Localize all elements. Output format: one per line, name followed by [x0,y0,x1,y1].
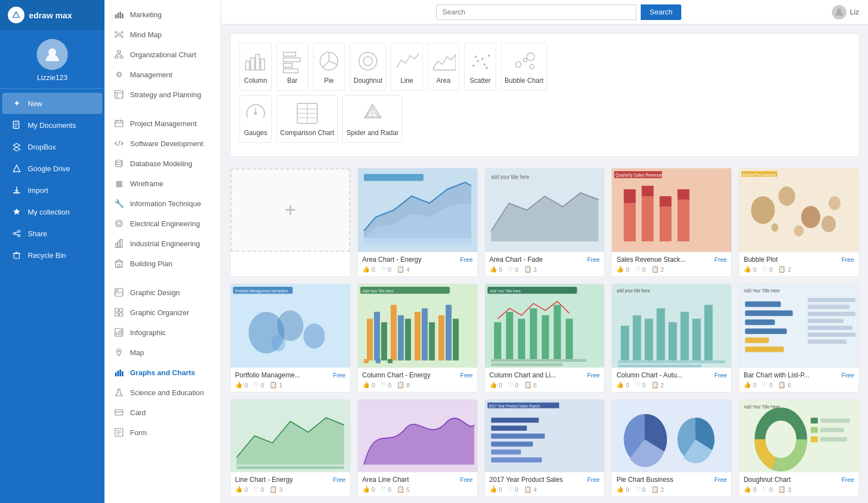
template-info: Area Chart - Energy Free 👍 0 ♡ 0 📋 4 [358,252,477,276]
form-icon [113,427,124,438]
topbar-user[interactable]: Liz [832,5,859,19]
svg-rect-157 [422,308,428,361]
cat-building[interactable]: Building Plan [104,253,221,273]
cat-wireframe[interactable]: ▦ Wireframe [104,173,221,193]
search-area: Search [286,4,832,20]
cat-org-chart[interactable]: Organizational Chart [104,44,221,64]
free-badge: Free [587,476,600,483]
template-doughnut[interactable]: Add Your Title Here [739,399,859,497]
template-info: Pie Chart Business Free 👍 0 ♡ 0 📋 2 [612,472,731,496]
chart-type-bubble[interactable]: Bubble Chart [501,43,547,91]
svg-line-13 [16,234,18,235]
svg-rect-81 [261,59,265,70]
user-profile[interactable]: Lizzie123 [0,30,104,89]
chart-type-scatter[interactable]: Scatter [464,43,496,91]
add-new-card[interactable]: + [230,168,351,277]
template-area-energy[interactable]: Area Chart - Energy Free 👍 0 ♡ 0 📋 4 [357,168,478,277]
cat-strategy[interactable]: Strategy and Planning [104,84,221,104]
like-icon: 👍 [362,266,370,273]
chart-type-spider[interactable]: Spider and Radar [342,95,402,143]
chart-type-bar[interactable]: Bar [276,43,308,91]
cat-management[interactable]: ⚙ Management [104,64,221,84]
template-sales-stack[interactable]: Quarterly Sales Revenue [611,168,732,277]
search-button[interactable]: Search [641,4,681,20]
cat-mind-map[interactable]: Mind Map [104,24,221,44]
template-stats: 👍 0 ♡ 0 📋 2 [744,266,854,273]
cat-industrial[interactable]: Industrial Engineering [104,233,221,253]
doughnut-icon [356,49,380,73]
cat-infographic[interactable]: Infographic [104,322,221,342]
template-bubble[interactable]: Bubble Plot Example Bubble Plot [739,168,859,277]
template-name: Doughnut Chart [744,476,839,484]
svg-text:Portfolio Management Simulatio: Portfolio Management Simulation [236,289,288,294]
cat-graphic-org[interactable]: Graphic Organizer [104,302,221,322]
chart-type-pie[interactable]: Pie [313,43,345,91]
template-name: 2017 Year Product Sales [490,476,585,484]
svg-rect-187 [618,361,725,363]
sidebar-item-new[interactable]: ✦ New [2,93,102,114]
chart-type-column[interactable]: Column [240,43,272,91]
template-bar-list[interactable]: Add Your Title Here [739,283,859,392]
cat-database[interactable]: Database Modeling [104,153,221,173]
chart-type-doughnut[interactable]: Doughnut [350,43,386,91]
svg-rect-20 [117,13,119,18]
svg-rect-68 [119,370,121,376]
svg-rect-199 [808,312,856,316]
chart-type-comparison[interactable]: Comparison Chart [276,95,338,143]
svg-rect-50 [116,243,118,247]
svg-line-28 [117,33,118,34]
marketing-icon [113,9,124,20]
sidebar-item-my-documents[interactable]: My Documents [2,114,102,136]
template-col-autumn[interactable]: add your title here [611,283,732,392]
cat-graphs-charts[interactable]: Graphs and Charts [104,362,221,382]
cat-form[interactable]: Form [104,422,221,442]
sidebar-item-my-collection[interactable]: My collection [2,201,102,222]
svg-point-93 [477,60,479,62]
sidebar-item-google-drive[interactable]: Google Drive [2,158,102,179]
template-info: Portfolio Manageme... Free 👍 0 ♡ 0 📋 1 [231,367,350,392]
cat-map[interactable]: Map [104,342,221,362]
cat-science-edu[interactable]: Science and Education [104,382,221,402]
template-name: Line Chart - Energy [235,476,331,484]
sidebar-item-dropbox[interactable]: DropBox [2,136,102,157]
free-badge: Free [460,476,473,483]
chart-type-area[interactable]: Area [427,43,460,91]
svg-rect-69 [122,371,123,376]
cat-marketing[interactable]: Marketing [104,4,221,24]
template-col-line[interactable]: Add Your Title Here [485,283,605,392]
sidebar-item-recycle-bin[interactable]: Recycle Bin [2,245,102,266]
template-info: Sales Revenue Stack... Free 👍 0 ♡ 0 📋 2 [612,252,731,276]
template-stats: 👍 0 ♡ 0 📋 5 [362,486,473,493]
area-label: Area [436,77,450,84]
cat-graphic-design[interactable]: Graphic Design [104,282,221,302]
cat-card[interactable]: Card [104,402,221,422]
chart-type-gauges[interactable]: Gauges [240,95,272,143]
topbar: Search Liz [221,0,868,24]
cat-electrical[interactable]: Electrical Engineering [104,213,221,233]
template-area-line[interactable]: Area Line Chart Free 👍 0 ♡ 0 📋 5 [357,399,478,497]
svg-point-145 [303,323,325,348]
svg-marker-5 [13,143,20,151]
sidebar-item-import[interactable]: Import [2,180,102,201]
template-name: Sales Revenue Stack... [616,256,712,263]
search-input[interactable] [436,4,636,20]
template-col-energy[interactable]: Add Your Title Here [357,283,478,392]
template-bar-sales[interactable]: 2017 Year Product Sales Report 2017 Year… [485,399,605,497]
cat-software-dev[interactable]: Software Development [104,133,221,153]
svg-rect-39 [115,91,123,98]
template-pie-biz[interactable]: Pie Chart Business Free 👍 0 ♡ 0 📋 2 [611,399,732,497]
column-label: Column [244,77,267,84]
template-area-fade[interactable]: add your title here Area Chart - Fade Fr… [485,168,605,277]
cat-info-tech[interactable]: 🔧 Information Technique [104,193,221,213]
chart-type-line[interactable]: Line [391,43,423,91]
free-badge: Free [333,372,346,379]
cat-project-mgmt[interactable]: Project Management [104,113,221,133]
svg-point-27 [122,36,123,38]
template-portfolio[interactable]: Portfolio Management Simulation Portfoli… [230,283,351,392]
sidebar-item-share[interactable]: Share [2,223,102,244]
svg-point-24 [115,32,117,33]
free-badge: Free [841,372,854,379]
svg-rect-83 [283,58,300,62]
template-line-energy[interactable]: Line Chart - Energy Free 👍 0 ♡ 0 📋 3 [230,399,351,497]
svg-rect-21 [119,12,121,18]
